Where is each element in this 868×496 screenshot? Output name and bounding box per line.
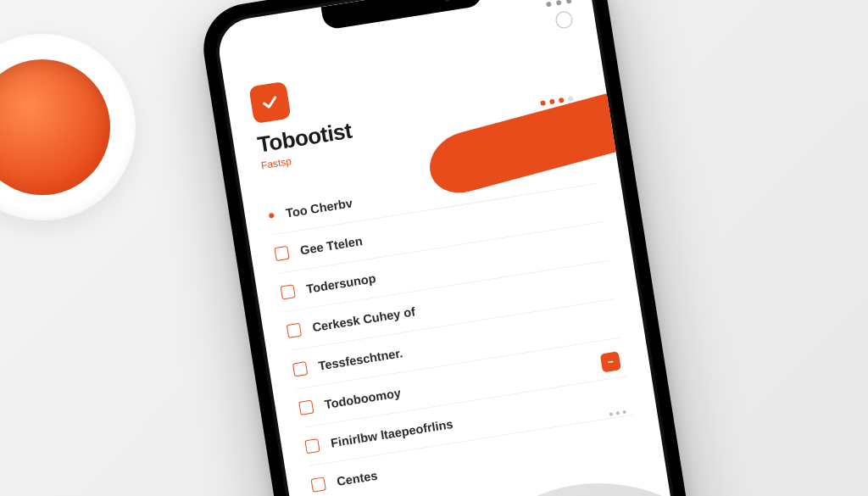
item-label: Finirlbw ltaepeofrlins [330,416,454,449]
item-label: Tessfeschtner. [317,346,403,373]
phone-screen: Tobootist Fastsp Too Cherbv Gee Ttelen [214,0,701,496]
item-label: Centes [336,469,378,488]
task-list: Too Cherbv Gee Ttelen Todersunop Cerkesk… [241,128,664,496]
app-logo-icon[interactable] [248,81,291,124]
item-label: Too Cherbv [285,196,353,220]
bullet-icon [269,212,275,218]
item-label: Todoboomoy [324,386,402,411]
item-label: Todersunop [305,271,376,296]
item-label: Gee Ttelen [299,234,364,257]
phone-frame: Tobootist Fastsp Too Cherbv Gee Ttelen [198,0,719,496]
checkbox-icon[interactable] [292,361,308,376]
checkbox-icon[interactable] [304,437,320,453]
checkbox-icon[interactable] [298,399,314,415]
checkbox-icon[interactable] [274,245,289,260]
checkbox-icon[interactable] [280,284,295,299]
checkbox-icon[interactable] [287,322,302,337]
checkmark-icon [259,91,281,114]
coffee-cup-decoration [0,34,136,220]
tag-badge-icon[interactable] [600,351,621,372]
checkbox-icon[interactable] [311,476,326,492]
item-label: Cerkesk Cuhey of [311,304,415,334]
